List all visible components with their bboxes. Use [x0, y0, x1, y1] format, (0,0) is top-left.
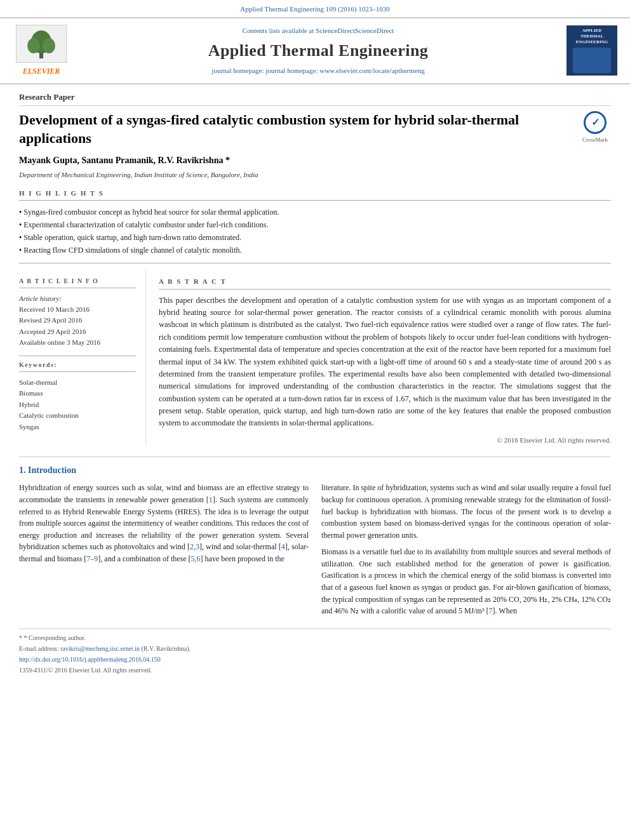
crossmark-badge: ✓ CrossMark [579, 111, 611, 145]
copyright: © 2016 Elsevier Ltd. All rights reserved… [159, 435, 611, 446]
elsevier-logo: ELSEVIER [13, 25, 70, 77]
affiliation: Department of Mechanical Engineering, In… [19, 170, 611, 180]
corresponding-text: * Corresponding author. [24, 634, 86, 641]
keyword-hybrid: Hybrid [19, 399, 136, 411]
journal-title: Applied Thermal Engineering [76, 38, 560, 63]
contents-line: Contents lists available at ScienceDirec… [76, 25, 560, 36]
intro-number: 1. [19, 465, 26, 475]
journal-logo-image [573, 48, 611, 73]
highlight-item: Stable operation, quick startup, and hig… [19, 231, 611, 244]
issn-line: 1359-4311/© 2016 Elsevier Ltd. All right… [19, 665, 611, 675]
svg-point-2 [27, 38, 40, 53]
doi-link[interactable]: http://dx.doi.org/10.1016/j.applthermale… [19, 656, 161, 663]
journal-logo-box: APPLIEDTHERMALENGINEERING [566, 25, 617, 76]
introduction-section: 1. Introduction Hybridization of energy … [19, 457, 611, 622]
svg-point-3 [43, 38, 55, 53]
email-label: E-mail address: [19, 645, 58, 652]
keywords-section: Keywords: Solar-thermal Biomass Hybrid C… [19, 356, 136, 433]
intro-right-para1: literature. In spite of hybridization, s… [321, 482, 611, 541]
main-content: Research Paper Development of a syngas-f… [0, 84, 630, 689]
crossmark-label: CrossMark [582, 136, 608, 145]
journal-top-bar: Applied Thermal Engineering 109 (2016) 1… [0, 0, 630, 17]
article-type: Research Paper [19, 91, 611, 107]
intro-body: Hybridization of energy sources such as … [19, 482, 611, 622]
journal-logo-title: APPLIEDTHERMALENGINEERING [576, 28, 608, 45]
accepted-date: Accepted 29 April 2016 [19, 326, 136, 337]
sd-name: ScienceDirect [355, 27, 394, 34]
intro-col-right: literature. In spite of hybridization, s… [321, 482, 611, 622]
available-date: Available online 3 May 2016 [19, 337, 136, 348]
intro-right-para2: Biomass is a versatile fuel due to its a… [321, 546, 611, 617]
revised-date: Revised 29 April 2016 [19, 315, 136, 326]
email-address[interactable]: ravikris@mecheng.iisc.ernet.in [60, 645, 140, 652]
highlights-section: H I G H L I G H T S Syngas-fired combust… [19, 188, 611, 257]
elsevier-logo-image [16, 25, 67, 63]
col-article-info: A R T I C L E I N F O Article history: R… [19, 270, 146, 445]
elsevier-brand: ELSEVIER [23, 65, 60, 77]
page: Applied Thermal Engineering 109 (2016) 1… [0, 0, 630, 840]
header-center: Contents lists available at ScienceDirec… [76, 25, 560, 76]
journal-homepage: journal homepage: journal homepage: www.… [76, 65, 560, 76]
doi-line: http://dx.doi.org/10.1016/j.applthermale… [19, 655, 611, 664]
email-note: E-mail address: ravikris@mecheng.iisc.er… [19, 644, 611, 653]
header: ELSEVIER Contents lists available at Sci… [0, 17, 630, 84]
highlight-item: Experimental characterization of catalyt… [19, 218, 611, 231]
highlight-item: Reacting flow CFD simulations of single … [19, 244, 611, 257]
corresponding-note: * * Corresponding author. [19, 633, 611, 643]
crossmark-icon: ✓ [584, 111, 607, 134]
article-title: Development of a syngas-fired catalytic … [19, 111, 573, 147]
author-names: Mayank Gupta, Santanu Pramanik, R.V. Rav… [19, 156, 230, 165]
sciencedirect-link[interactable]: ScienceDirect [316, 27, 355, 34]
intro-left-para: Hybridization of energy sources such as … [19, 482, 309, 564]
history-label: Article history: [19, 293, 136, 304]
intro-label: Introduction [28, 465, 76, 475]
abstract-header: A B S T R A C T [159, 276, 611, 290]
article-title-row: Development of a syngas-fired catalytic … [19, 111, 611, 147]
contents-text: Contents lists available at [243, 27, 314, 34]
keywords-label: Keywords: [19, 356, 136, 372]
received-date: Received 10 March 2016 [19, 304, 136, 315]
highlight-item: Syngas-fired combustor concept as hybrid… [19, 206, 611, 218]
col-abstract: A B S T R A C T This paper describes the… [159, 270, 611, 445]
elsevier-tree-icon [22, 28, 60, 60]
journal-citation: Applied Thermal Engineering 109 (2016) 1… [240, 5, 389, 13]
homepage-label: journal homepage: [211, 67, 265, 74]
highlights-header: H I G H L I G H T S [19, 188, 611, 201]
intro-col-left: Hybridization of energy sources such as … [19, 482, 309, 622]
email-suffix: (R.V. Ravikrishna). [141, 645, 191, 652]
abstract-text: This paper describes the development and… [159, 295, 611, 430]
keyword-solar-thermal: Solar-thermal [19, 377, 136, 389]
footer-area: * * Corresponding author. E-mail address… [19, 629, 611, 675]
keyword-catalytic: Catalytic combustion [19, 410, 136, 422]
keyword-biomass: Biomass [19, 388, 136, 399]
authors: Mayank Gupta, Santanu Pramanik, R.V. Rav… [19, 154, 611, 167]
intro-title: 1. Introduction [19, 463, 611, 477]
keyword-syngas: Syngas [19, 422, 136, 433]
corresponding-star: * [19, 634, 24, 641]
homepage-url[interactable]: journal homepage: www.elsevier.com/locat… [265, 67, 424, 74]
article-info-section: A R T I C L E I N F O Article history: R… [19, 276, 136, 348]
article-info-abstract: A R T I C L E I N F O Article history: R… [19, 263, 611, 445]
article-info-header: A R T I C L E I N F O [19, 276, 136, 288]
highlights-list: Syngas-fired combustor concept as hybrid… [19, 206, 611, 257]
